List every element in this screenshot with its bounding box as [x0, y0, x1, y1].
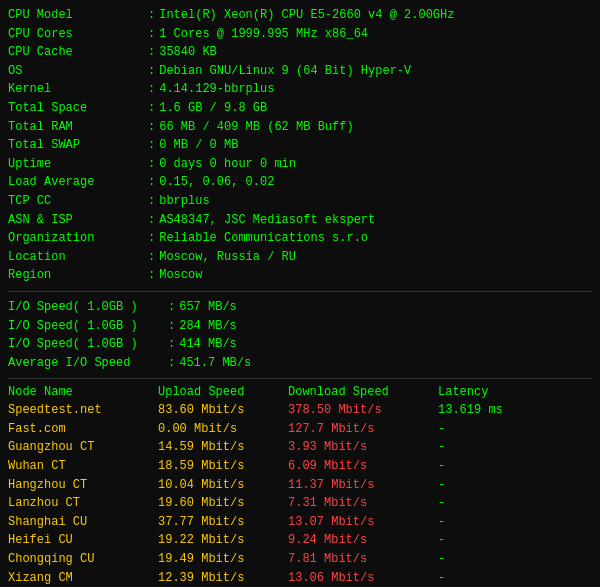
- info-value: 66 MB / 409 MB (62 MB Buff): [159, 118, 353, 137]
- sysinfo-row: CPU Model : Intel(R) Xeon(R) CPU E5-2660…: [8, 6, 592, 25]
- node-name: Shanghai CU: [8, 513, 158, 532]
- info-label: Total RAM: [8, 118, 148, 137]
- col-header-download: Download Speed: [288, 385, 438, 399]
- node-name: Xizang CM: [8, 569, 158, 587]
- info-sep: :: [148, 211, 155, 230]
- network-row: Chongqing CU 19.49 Mbit/s 7.81 Mbit/s -: [8, 550, 592, 569]
- io-row: I/O Speed( 1.0GB ) : 414 MB/s: [8, 335, 592, 354]
- io-value: 414 MB/s: [179, 335, 237, 354]
- sysinfo-row: ASN & ISP : AS48347, JSC Mediasoft ekspe…: [8, 211, 592, 230]
- latency-value: -: [438, 513, 558, 532]
- download-speed: 11.37 Mbit/s: [288, 476, 438, 495]
- network-section: Node Name Upload Speed Download Speed La…: [8, 385, 592, 587]
- network-rows: Speedtest.net 83.60 Mbit/s 378.50 Mbit/s…: [8, 401, 592, 587]
- col-header-latency: Latency: [438, 385, 558, 399]
- io-label: I/O Speed( 1.0GB ): [8, 317, 168, 336]
- network-row: Hangzhou CT 10.04 Mbit/s 11.37 Mbit/s -: [8, 476, 592, 495]
- info-value: Moscow, Russia / RU: [159, 248, 296, 267]
- sysinfo-row: Kernel : 4.14.129-bbrplus: [8, 80, 592, 99]
- io-section: I/O Speed( 1.0GB ) : 657 MB/s I/O Speed(…: [8, 298, 592, 372]
- info-value: 1 Cores @ 1999.995 MHz x86_64: [159, 25, 368, 44]
- info-label: Region: [8, 266, 148, 285]
- upload-speed: 19.22 Mbit/s: [158, 531, 288, 550]
- sysinfo-row: CPU Cores : 1 Cores @ 1999.995 MHz x86_6…: [8, 25, 592, 44]
- info-sep: :: [148, 43, 155, 62]
- info-value: Intel(R) Xeon(R) CPU E5-2660 v4 @ 2.00GH…: [159, 6, 454, 25]
- upload-speed: 37.77 Mbit/s: [158, 513, 288, 532]
- latency-value: -: [438, 420, 558, 439]
- info-label: CPU Model: [8, 6, 148, 25]
- node-name: Fast.com: [8, 420, 158, 439]
- network-table-header: Node Name Upload Speed Download Speed La…: [8, 385, 592, 399]
- node-name: Hangzhou CT: [8, 476, 158, 495]
- info-label: OS: [8, 62, 148, 81]
- divider-2: [8, 378, 592, 379]
- latency-value: -: [438, 438, 558, 457]
- node-name: Wuhan CT: [8, 457, 158, 476]
- download-speed: 13.06 Mbit/s: [288, 569, 438, 587]
- upload-speed: 14.59 Mbit/s: [158, 438, 288, 457]
- info-value: 0.15, 0.06, 0.02: [159, 173, 274, 192]
- info-value: 0 days 0 hour 0 min: [159, 155, 296, 174]
- info-label: Location: [8, 248, 148, 267]
- download-speed: 7.31 Mbit/s: [288, 494, 438, 513]
- info-label: Uptime: [8, 155, 148, 174]
- upload-speed: 10.04 Mbit/s: [158, 476, 288, 495]
- info-sep: :: [168, 335, 175, 354]
- info-value: Moscow: [159, 266, 202, 285]
- node-name: Chongqing CU: [8, 550, 158, 569]
- info-sep: :: [148, 266, 155, 285]
- io-row: I/O Speed( 1.0GB ) : 284 MB/s: [8, 317, 592, 336]
- latency-value: -: [438, 569, 558, 587]
- info-value: 4.14.129-bbrplus: [159, 80, 274, 99]
- node-name: Guangzhou CT: [8, 438, 158, 457]
- network-row: Fast.com 0.00 Mbit/s 127.7 Mbit/s -: [8, 420, 592, 439]
- network-row: Xizang CM 12.39 Mbit/s 13.06 Mbit/s -: [8, 569, 592, 587]
- info-sep: :: [148, 192, 155, 211]
- sysinfo-row: Region : Moscow: [8, 266, 592, 285]
- info-value: 0 MB / 0 MB: [159, 136, 238, 155]
- info-sep: :: [148, 99, 155, 118]
- io-value: 284 MB/s: [179, 317, 237, 336]
- info-label: Kernel: [8, 80, 148, 99]
- upload-speed: 83.60 Mbit/s: [158, 401, 288, 420]
- download-speed: 3.93 Mbit/s: [288, 438, 438, 457]
- download-speed: 13.07 Mbit/s: [288, 513, 438, 532]
- node-name: Lanzhou CT: [8, 494, 158, 513]
- network-row: Wuhan CT 18.59 Mbit/s 6.09 Mbit/s -: [8, 457, 592, 476]
- sysinfo-section: CPU Model : Intel(R) Xeon(R) CPU E5-2660…: [8, 6, 592, 285]
- latency-value: -: [438, 531, 558, 550]
- upload-speed: 12.39 Mbit/s: [158, 569, 288, 587]
- info-sep: :: [148, 248, 155, 267]
- io-label: I/O Speed( 1.0GB ): [8, 298, 168, 317]
- sysinfo-row: CPU Cache : 35840 KB: [8, 43, 592, 62]
- info-value: bbrplus: [159, 192, 209, 211]
- info-sep: :: [148, 173, 155, 192]
- sysinfo-row: TCP CC : bbrplus: [8, 192, 592, 211]
- download-speed: 7.81 Mbit/s: [288, 550, 438, 569]
- info-label: TCP CC: [8, 192, 148, 211]
- info-value: AS48347, JSC Mediasoft ekspert: [159, 211, 375, 230]
- info-sep: :: [168, 354, 175, 373]
- latency-value: -: [438, 494, 558, 513]
- info-value: Debian GNU/Linux 9 (64 Bit) Hyper-V: [159, 62, 411, 81]
- io-row: Average I/O Speed : 451.7 MB/s: [8, 354, 592, 373]
- download-speed: 6.09 Mbit/s: [288, 457, 438, 476]
- info-sep: :: [168, 298, 175, 317]
- network-row: Lanzhou CT 19.60 Mbit/s 7.31 Mbit/s -: [8, 494, 592, 513]
- info-label: Organization: [8, 229, 148, 248]
- network-row: Shanghai CU 37.77 Mbit/s 13.07 Mbit/s -: [8, 513, 592, 532]
- info-label: Total Space: [8, 99, 148, 118]
- upload-speed: 0.00 Mbit/s: [158, 420, 288, 439]
- upload-speed: 18.59 Mbit/s: [158, 457, 288, 476]
- download-speed: 378.50 Mbit/s: [288, 401, 438, 420]
- node-name: Heifei CU: [8, 531, 158, 550]
- info-value: 35840 KB: [159, 43, 217, 62]
- io-label: I/O Speed( 1.0GB ): [8, 335, 168, 354]
- info-sep: :: [148, 6, 155, 25]
- info-value: Reliable Communications s.r.o: [159, 229, 368, 248]
- sysinfo-row: Organization : Reliable Communications s…: [8, 229, 592, 248]
- info-sep: :: [148, 118, 155, 137]
- sysinfo-row: Uptime : 0 days 0 hour 0 min: [8, 155, 592, 174]
- network-row: Heifei CU 19.22 Mbit/s 9.24 Mbit/s -: [8, 531, 592, 550]
